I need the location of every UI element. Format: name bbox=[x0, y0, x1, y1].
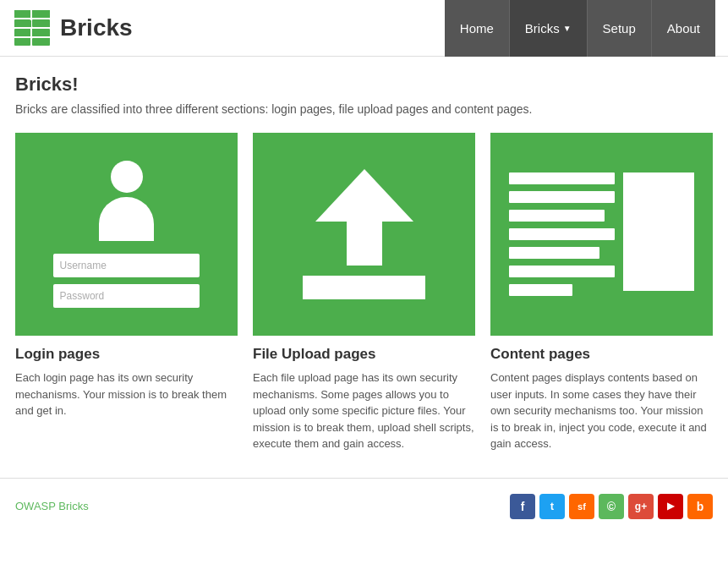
svg-rect-15 bbox=[30, 8, 32, 18]
upload-card-image bbox=[253, 133, 475, 336]
footer-brand-label: OWASP Bricks bbox=[15, 500, 89, 512]
content-sidebar-mock bbox=[623, 172, 694, 291]
svg-rect-7 bbox=[14, 19, 30, 27]
svg-rect-8 bbox=[32, 19, 50, 27]
login-card-image: Username Password bbox=[15, 133, 238, 336]
navbar: Bricks Home Bricks ▼ Setup About bbox=[0, 0, 728, 57]
svg-rect-17 bbox=[30, 36, 32, 47]
upload-arrow-icon bbox=[303, 169, 425, 299]
navbar-nav: Home Bricks ▼ Setup About bbox=[445, 0, 715, 57]
social-blogger[interactable]: b bbox=[687, 494, 713, 519]
login-card-text: Each login page has its own security mec… bbox=[15, 370, 238, 419]
upload-card-title: File Upload pages bbox=[253, 346, 475, 363]
page-subtitle: Bricks are classified into three differe… bbox=[15, 102, 713, 116]
cards-row: Username Password Login pages Each login… bbox=[15, 133, 713, 452]
main-content: Bricks! Bricks are classified into three… bbox=[0, 57, 728, 452]
content-card: Content pages Content pages displays con… bbox=[490, 133, 713, 452]
nav-item-setup[interactable]: Setup bbox=[588, 0, 652, 57]
person-icon bbox=[99, 161, 154, 241]
content-lines-mock bbox=[509, 172, 615, 296]
login-fields-mock: Username Password bbox=[53, 254, 200, 308]
content-card-title: Content pages bbox=[490, 346, 713, 363]
social-icons-row: f t sf © g+ ▶ b bbox=[510, 494, 713, 519]
svg-rect-10 bbox=[14, 38, 30, 46]
username-field-mock: Username bbox=[53, 254, 200, 277]
brand-link[interactable]: Bricks bbox=[13, 8, 133, 47]
password-field-mock: Password bbox=[53, 284, 200, 308]
upload-card-text: Each file upload page has its own securi… bbox=[253, 370, 475, 452]
dropdown-arrow-icon: ▼ bbox=[563, 24, 572, 33]
upload-card: File Upload pages Each file upload page … bbox=[253, 133, 475, 452]
social-facebook[interactable]: f bbox=[510, 494, 535, 519]
svg-rect-11 bbox=[32, 38, 50, 46]
brand-name: Bricks bbox=[60, 14, 133, 41]
page-title: Bricks! bbox=[15, 74, 713, 96]
nav-item-about[interactable]: About bbox=[652, 0, 715, 57]
login-card-title: Login pages bbox=[15, 346, 238, 363]
social-sourceforge[interactable]: sf bbox=[569, 494, 594, 519]
svg-rect-12 bbox=[13, 18, 52, 19]
footer-brand-link[interactable]: OWASP Bricks bbox=[15, 500, 89, 512]
social-youtube[interactable]: ▶ bbox=[658, 494, 683, 519]
content-card-image bbox=[490, 133, 713, 336]
person-body-icon bbox=[99, 197, 154, 241]
nav-item-bricks[interactable]: Bricks ▼ bbox=[510, 0, 588, 57]
svg-rect-16 bbox=[30, 27, 32, 36]
social-google-plus[interactable]: g+ bbox=[628, 494, 654, 519]
social-circle-c[interactable]: © bbox=[599, 494, 624, 519]
nav-item-home[interactable]: Home bbox=[445, 0, 510, 57]
social-twitter[interactable]: t bbox=[539, 494, 565, 519]
brand-logo-icon bbox=[13, 8, 52, 47]
content-card-text: Content pages displays contents based on… bbox=[490, 370, 713, 452]
person-head-icon bbox=[111, 161, 143, 193]
content-mock-layout bbox=[509, 172, 694, 296]
footer: OWASP Bricks f t sf © g+ ▶ b bbox=[0, 478, 728, 534]
login-card: Username Password Login pages Each login… bbox=[15, 133, 238, 452]
